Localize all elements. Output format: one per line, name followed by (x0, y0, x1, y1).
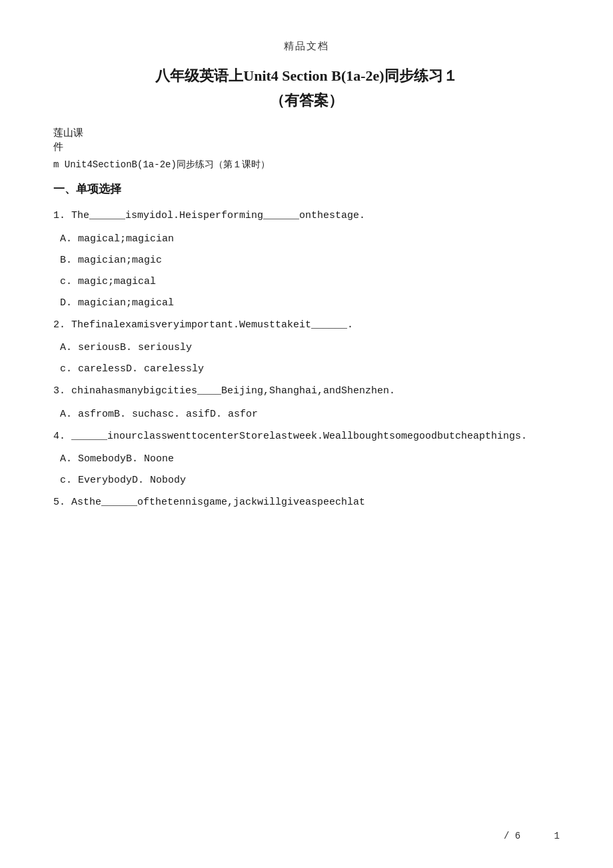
option-2-1: A. seriousB. seriously (53, 340, 560, 356)
question-text-5: 5. Asthe______ofthetennisgame,jackwillgi… (53, 494, 560, 511)
section-title: 一、单项选择 (53, 181, 560, 197)
question-text-2: 2. Thefinalexamisveryimportant.Wemusttak… (53, 317, 560, 334)
page-header: 精品文档 (53, 40, 560, 53)
page-number: / 6 1 (504, 831, 560, 841)
option-1-3: c. magic;magical (53, 274, 560, 290)
main-title-line1: 八年级英语上Unit4 Section B(1a-2e)同步练习１ (53, 65, 560, 87)
page-index: 1 (554, 831, 560, 841)
questions-container: 1. The______ismyidol.Heisperforming_____… (53, 207, 560, 511)
main-title-line2: （有答案） (53, 91, 560, 111)
question-text-4: 4. ______inourclasswenttocenterStorelast… (53, 428, 560, 445)
question-block-2: 2. Thefinalexamisveryimportant.Wemusttak… (53, 317, 560, 378)
question-block-4: 4. ______inourclasswenttocenterStorelast… (53, 428, 560, 489)
info-line2: 件 (53, 141, 560, 153)
option-2-2: c. carelessD. carelessly (53, 361, 560, 377)
option-4-2: c. EverybodyD. Nobody (53, 473, 560, 489)
info-line1: 莲山课 (53, 127, 560, 139)
option-3-1: A. asfromB. suchasc. asifD. asfor (53, 407, 560, 423)
option-4-1: A. SomebodyB. Noone (53, 451, 560, 467)
subtitle-m: m Unit4SectionB(1a-2e)同步练习（第１课时） (53, 159, 560, 171)
option-1-1: A. magical;magician (53, 231, 560, 247)
question-text-3: 3. chinahasmanybigcities____Beijing,Shan… (53, 383, 560, 400)
option-1-2: B. magician;magic (53, 253, 560, 269)
option-1-4: D. magician;magical (53, 295, 560, 311)
question-block-3: 3. chinahasmanybigcities____Beijing,Shan… (53, 383, 560, 423)
page-number-text: / 6 (504, 831, 520, 841)
question-block-1: 1. The______ismyidol.Heisperforming_____… (53, 207, 560, 311)
question-text-1: 1. The______ismyidol.Heisperforming_____… (53, 207, 560, 225)
question-block-5: 5. Asthe______ofthetennisgame,jackwillgi… (53, 494, 560, 511)
